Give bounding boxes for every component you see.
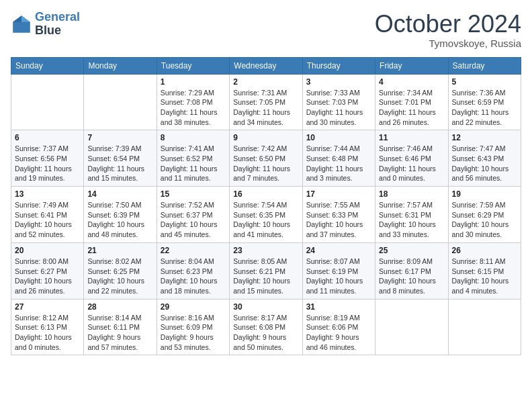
page-header: General Blue October 2024 Tymovskoye, Ru…	[11, 11, 521, 49]
day-info: Sunrise: 7:47 AM Sunset: 6:43 PM Dayligh…	[452, 144, 517, 183]
day-number: 14	[87, 189, 152, 199]
day-info: Sunrise: 8:09 AM Sunset: 6:17 PM Dayligh…	[379, 257, 444, 296]
calendar-cell: 30Sunrise: 8:17 AM Sunset: 6:08 PM Dayli…	[230, 299, 302, 355]
day-number: 6	[15, 133, 80, 142]
day-number: 10	[306, 133, 371, 142]
calendar-cell: 29Sunrise: 8:16 AM Sunset: 6:09 PM Dayli…	[157, 299, 229, 355]
calendar-week-row: 6Sunrise: 7:37 AM Sunset: 6:56 PM Daylig…	[11, 130, 521, 187]
day-number: 27	[15, 302, 80, 312]
calendar-cell: 11Sunrise: 7:46 AM Sunset: 6:46 PM Dayli…	[375, 130, 448, 187]
day-number: 11	[379, 133, 444, 142]
day-info: Sunrise: 7:57 AM Sunset: 6:31 PM Dayligh…	[379, 200, 444, 240]
day-info: Sunrise: 7:55 AM Sunset: 6:33 PM Dayligh…	[306, 200, 371, 240]
day-number: 3	[306, 77, 371, 87]
calendar-week-row: 13Sunrise: 7:49 AM Sunset: 6:41 PM Dayli…	[11, 187, 521, 243]
day-number: 19	[452, 189, 517, 199]
weekday-header-cell: Sunday	[11, 57, 84, 74]
day-info: Sunrise: 8:02 AM Sunset: 6:25 PM Dayligh…	[87, 257, 152, 296]
day-info: Sunrise: 7:31 AM Sunset: 7:05 PM Dayligh…	[233, 88, 298, 128]
day-number: 16	[233, 189, 298, 199]
calendar-week-row: 20Sunrise: 8:00 AM Sunset: 6:27 PM Dayli…	[11, 242, 521, 299]
calendar-cell: 24Sunrise: 8:07 AM Sunset: 6:19 PM Dayli…	[302, 242, 375, 299]
calendar-cell: 18Sunrise: 7:57 AM Sunset: 6:31 PM Dayli…	[375, 187, 448, 243]
calendar-cell: 23Sunrise: 8:05 AM Sunset: 6:21 PM Dayli…	[230, 242, 302, 299]
weekday-header-cell: Tuesday	[157, 57, 229, 74]
day-number: 4	[379, 77, 444, 87]
calendar-cell: 16Sunrise: 7:54 AM Sunset: 6:35 PM Dayli…	[230, 187, 302, 243]
weekday-header-row: SundayMondayTuesdayWednesdayThursdayFrid…	[11, 57, 521, 74]
day-info: Sunrise: 8:14 AM Sunset: 6:11 PM Dayligh…	[87, 313, 152, 353]
calendar-table: SundayMondayTuesdayWednesdayThursdayFrid…	[11, 57, 521, 356]
calendar-cell	[448, 299, 521, 355]
calendar-cell: 10Sunrise: 7:44 AM Sunset: 6:48 PM Dayli…	[302, 130, 375, 187]
location: Tymovskoye, Russia	[375, 38, 521, 49]
calendar-week-row: 27Sunrise: 8:12 AM Sunset: 6:13 PM Dayli…	[11, 299, 521, 355]
day-info: Sunrise: 8:04 AM Sunset: 6:23 PM Dayligh…	[161, 257, 226, 296]
day-info: Sunrise: 8:07 AM Sunset: 6:19 PM Dayligh…	[306, 257, 371, 296]
calendar-cell: 9Sunrise: 7:42 AM Sunset: 6:50 PM Daylig…	[230, 130, 302, 187]
day-info: Sunrise: 7:52 AM Sunset: 6:37 PM Dayligh…	[161, 200, 226, 240]
logo-icon	[11, 13, 32, 35]
calendar-cell: 4Sunrise: 7:34 AM Sunset: 7:01 PM Daylig…	[375, 74, 448, 130]
calendar-cell: 25Sunrise: 8:09 AM Sunset: 6:17 PM Dayli…	[375, 242, 448, 299]
day-info: Sunrise: 7:44 AM Sunset: 6:48 PM Dayligh…	[306, 144, 371, 183]
weekday-header-cell: Thursday	[302, 57, 375, 74]
day-number: 2	[233, 77, 298, 87]
calendar-body: 1Sunrise: 7:29 AM Sunset: 7:08 PM Daylig…	[11, 74, 521, 355]
logo-text: General Blue	[35, 11, 80, 38]
day-info: Sunrise: 7:50 AM Sunset: 6:39 PM Dayligh…	[87, 200, 152, 240]
day-number: 24	[306, 246, 371, 255]
calendar-cell: 3Sunrise: 7:33 AM Sunset: 7:03 PM Daylig…	[302, 74, 375, 130]
calendar-cell	[375, 299, 448, 355]
day-number: 25	[379, 246, 444, 255]
day-info: Sunrise: 7:41 AM Sunset: 6:52 PM Dayligh…	[161, 144, 226, 183]
weekday-header-cell: Friday	[375, 57, 448, 74]
logo: General Blue	[11, 11, 80, 38]
calendar-cell: 31Sunrise: 8:19 AM Sunset: 6:06 PM Dayli…	[302, 299, 375, 355]
calendar-cell: 14Sunrise: 7:50 AM Sunset: 6:39 PM Dayli…	[84, 187, 157, 243]
day-number: 13	[15, 189, 80, 199]
calendar-cell: 26Sunrise: 8:11 AM Sunset: 6:15 PM Dayli…	[448, 242, 521, 299]
svg-marker-1	[21, 15, 30, 22]
calendar-cell: 1Sunrise: 7:29 AM Sunset: 7:08 PM Daylig…	[157, 74, 229, 130]
calendar-cell: 21Sunrise: 8:02 AM Sunset: 6:25 PM Dayli…	[84, 242, 157, 299]
day-number: 26	[452, 246, 517, 255]
day-number: 22	[161, 246, 226, 255]
calendar-cell	[84, 74, 157, 130]
logo-line1: General	[35, 10, 80, 24]
day-info: Sunrise: 7:29 AM Sunset: 7:08 PM Dayligh…	[161, 88, 226, 128]
weekday-header-cell: Monday	[84, 57, 157, 74]
day-number: 1	[161, 77, 226, 87]
logo-line2: Blue	[35, 24, 80, 38]
day-info: Sunrise: 7:49 AM Sunset: 6:41 PM Dayligh…	[15, 200, 80, 240]
svg-marker-2	[13, 15, 21, 22]
calendar-cell: 13Sunrise: 7:49 AM Sunset: 6:41 PM Dayli…	[11, 187, 84, 243]
day-number: 15	[161, 189, 226, 199]
day-info: Sunrise: 7:39 AM Sunset: 6:54 PM Dayligh…	[87, 144, 152, 183]
calendar-cell: 8Sunrise: 7:41 AM Sunset: 6:52 PM Daylig…	[157, 130, 229, 187]
calendar-week-row: 1Sunrise: 7:29 AM Sunset: 7:08 PM Daylig…	[11, 74, 521, 130]
day-info: Sunrise: 7:46 AM Sunset: 6:46 PM Dayligh…	[379, 144, 444, 183]
day-info: Sunrise: 7:33 AM Sunset: 7:03 PM Dayligh…	[306, 88, 371, 128]
day-number: 29	[161, 302, 226, 312]
calendar-cell: 5Sunrise: 7:36 AM Sunset: 6:59 PM Daylig…	[448, 74, 521, 130]
day-number: 31	[306, 302, 371, 312]
day-info: Sunrise: 7:34 AM Sunset: 7:01 PM Dayligh…	[379, 88, 444, 128]
calendar-cell: 20Sunrise: 8:00 AM Sunset: 6:27 PM Dayli…	[11, 242, 84, 299]
calendar-cell: 22Sunrise: 8:04 AM Sunset: 6:23 PM Dayli…	[157, 242, 229, 299]
day-info: Sunrise: 8:05 AM Sunset: 6:21 PM Dayligh…	[233, 257, 298, 296]
calendar-cell: 7Sunrise: 7:39 AM Sunset: 6:54 PM Daylig…	[84, 130, 157, 187]
day-info: Sunrise: 7:37 AM Sunset: 6:56 PM Dayligh…	[15, 144, 80, 183]
day-info: Sunrise: 7:54 AM Sunset: 6:35 PM Dayligh…	[233, 200, 298, 240]
day-number: 23	[233, 246, 298, 255]
day-info: Sunrise: 8:00 AM Sunset: 6:27 PM Dayligh…	[15, 257, 80, 296]
day-number: 30	[233, 302, 298, 312]
weekday-header-cell: Saturday	[448, 57, 521, 74]
day-info: Sunrise: 7:36 AM Sunset: 6:59 PM Dayligh…	[452, 88, 517, 128]
calendar-cell: 28Sunrise: 8:14 AM Sunset: 6:11 PM Dayli…	[84, 299, 157, 355]
day-number: 9	[233, 133, 298, 142]
day-info: Sunrise: 8:16 AM Sunset: 6:09 PM Dayligh…	[161, 313, 226, 353]
calendar-cell: 2Sunrise: 7:31 AM Sunset: 7:05 PM Daylig…	[230, 74, 302, 130]
calendar-cell: 12Sunrise: 7:47 AM Sunset: 6:43 PM Dayli…	[448, 130, 521, 187]
day-number: 5	[452, 77, 517, 87]
